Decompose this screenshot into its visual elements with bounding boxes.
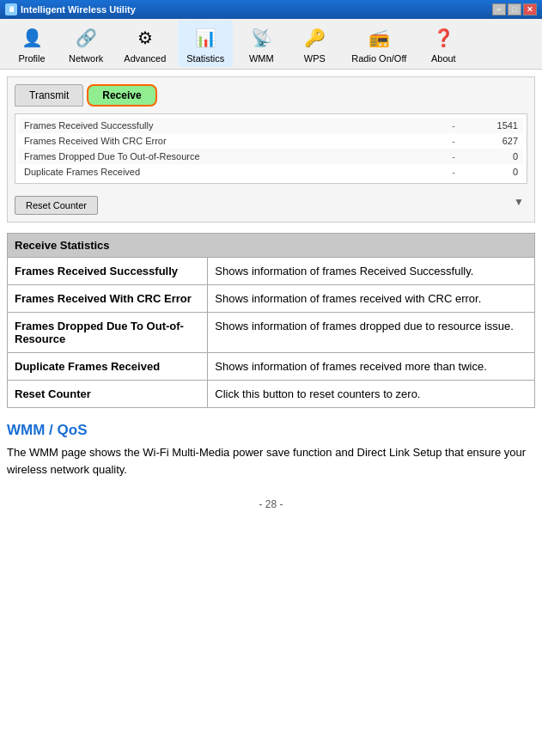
stats-label-3: Duplicate Frames Received <box>24 167 441 177</box>
desc-cell: Shows information of frames received wit… <box>208 285 535 313</box>
about-icon: ❓ <box>429 24 457 52</box>
stats-row-0: Frames Received Successfully - 1541 <box>19 118 523 133</box>
toolbar-advanced[interactable]: ⚙ Advanced <box>115 21 174 67</box>
stats-dash-3: - <box>441 167 466 177</box>
toolbar-about-label: About <box>431 53 456 64</box>
wmm-icon: 📡 <box>247 24 275 52</box>
minimize-button[interactable]: − <box>492 3 506 15</box>
toolbar: 👤 Profile 🔗 Network ⚙ Advanced 📊 Statist… <box>0 19 542 70</box>
advanced-icon: ⚙ <box>131 24 159 52</box>
stats-value-3: 0 <box>466 167 518 177</box>
term-cell: Frames Dropped Due To Out-of-Resource <box>8 313 208 353</box>
stats-row-2: Frames Dropped Due To Out-of-Resource - … <box>19 149 523 164</box>
stats-label-2: Frames Dropped Due To Out-of-Resource <box>24 151 441 162</box>
table-row: Frames Received With CRC Error Shows inf… <box>8 285 535 313</box>
wmm-section: WMM / QoS The WMM page shows the Wi-Fi M… <box>7 422 535 478</box>
page-number: - 28 - <box>0 498 542 521</box>
desc-cell: Shows information of frames Received Suc… <box>208 258 535 285</box>
term-cell: Frames Received Successfully <box>8 258 208 285</box>
title-bar-left: 🖥 Intelligent Wireless Utility <box>5 3 136 15</box>
stats-value-2: 0 <box>466 151 518 162</box>
app-title: Intelligent Wireless Utility <box>21 4 136 15</box>
toolbar-wps[interactable]: 🔑 WPS <box>289 21 339 67</box>
network-icon: 🔗 <box>72 24 100 52</box>
wps-icon: 🔑 <box>301 24 328 52</box>
receive-stats-table: Receive Statistics Frames Received Succe… <box>7 233 535 408</box>
stats-value-1: 627 <box>466 136 518 146</box>
stats-table: Frames Received Successfully - 1541 Fram… <box>15 113 527 184</box>
table-row: Frames Dropped Due To Out-of-Resource Sh… <box>8 313 535 353</box>
table-row: Duplicate Frames Received Shows informat… <box>8 353 535 381</box>
title-bar-controls[interactable]: − □ ✕ <box>492 3 537 15</box>
toolbar-profile[interactable]: 👤 Profile <box>7 21 57 67</box>
toolbar-profile-label: Profile <box>18 53 45 64</box>
stats-row-3: Duplicate Frames Received - 0 <box>19 164 523 180</box>
toolbar-radioonoff[interactable]: 📻 Radio On/Off <box>343 21 415 67</box>
stats-dash-2: - <box>441 151 466 162</box>
scroll-indicator: ▼ <box>514 196 527 208</box>
tab-transmit[interactable]: Transmit <box>15 84 83 107</box>
toolbar-wps-label: WPS <box>304 53 326 64</box>
term-cell: Duplicate Frames Received <box>8 353 208 381</box>
tab-receive[interactable]: Receive <box>87 84 156 107</box>
wmm-description: The WMM page shows the Wi-Fi Multi-Media… <box>7 444 535 478</box>
wmm-title: WMM / QoS <box>7 422 535 439</box>
tab-row: Transmit Receive <box>15 84 527 107</box>
statistics-icon: 📊 <box>192 24 219 52</box>
desc-cell: Shows information of frames dropped due … <box>208 313 535 353</box>
close-button[interactable]: ✕ <box>523 3 537 15</box>
table-header: Receive Statistics <box>8 234 535 258</box>
toolbar-about[interactable]: ❓ About <box>418 21 468 67</box>
table-row: Frames Received Successfully Shows infor… <box>8 258 535 285</box>
toolbar-radioonoff-label: Radio On/Off <box>351 53 406 64</box>
title-bar: 🖥 Intelligent Wireless Utility − □ ✕ <box>0 0 542 19</box>
toolbar-wmm-label: WMM <box>249 53 274 64</box>
toolbar-statistics-label: Statistics <box>186 53 224 64</box>
stats-value-0: 1541 <box>466 120 518 131</box>
toolbar-advanced-label: Advanced <box>124 53 166 64</box>
term-cell: Reset Counter <box>8 381 208 408</box>
toolbar-network-label: Network <box>69 53 103 64</box>
app-icon: 🖥 <box>5 3 17 15</box>
reset-counter-button[interactable]: Reset Counter <box>15 196 98 215</box>
main-panel: Transmit Receive Frames Received Success… <box>7 76 535 223</box>
info-section: Receive Statistics Frames Received Succe… <box>7 233 535 408</box>
toolbar-wmm[interactable]: 📡 WMM <box>236 21 286 67</box>
desc-cell: Shows information of frames received mor… <box>208 353 535 381</box>
profile-icon: 👤 <box>18 24 46 52</box>
stats-dash-0: - <box>441 120 466 131</box>
stats-label-0: Frames Received Successfully <box>24 120 441 131</box>
toolbar-statistics[interactable]: 📊 Statistics <box>178 21 233 67</box>
stats-row-1: Frames Received With CRC Error - 627 <box>19 133 523 149</box>
stats-label-1: Frames Received With CRC Error <box>24 136 441 146</box>
toolbar-network[interactable]: 🔗 Network <box>60 21 112 67</box>
table-row: Reset Counter Click this button to reset… <box>8 381 535 408</box>
term-cell: Frames Received With CRC Error <box>8 285 208 313</box>
maximize-button[interactable]: □ <box>508 3 521 15</box>
desc-cell: Click this button to reset counters to z… <box>208 381 535 408</box>
radio-icon: 📻 <box>365 24 393 52</box>
stats-dash-1: - <box>441 136 466 146</box>
